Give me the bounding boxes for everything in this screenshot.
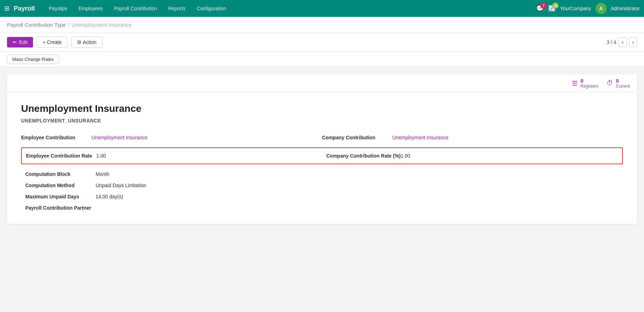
app-brand: Payroll [14, 5, 35, 12]
current-label: Current [616, 84, 630, 89]
registers-count: 0 [580, 78, 583, 84]
edit-icon: ✏ [13, 39, 17, 45]
computation-block-value: Month [96, 171, 109, 177]
contribution-rate-highlighted-row: Employee Contribution Rate 1.00 Company … [21, 147, 623, 164]
employee-rate-label: Employee Contribution Rate [26, 153, 96, 159]
record-title: Unemployment Insurance [21, 103, 623, 114]
computation-method-value: Unpaid Days Limitation [96, 183, 146, 188]
nav-payroll-contribution[interactable]: Payroll Contribution [110, 4, 161, 13]
main-content: ☰ 0 Registers ⏱ 0 Current Unemployment I… [0, 67, 644, 231]
current-count: 0 [616, 78, 619, 84]
max-unpaid-days-field: Maximum Unpaid Days 14.00 day(s) [21, 191, 623, 202]
grid-icon[interactable]: ⊞ [4, 5, 9, 12]
card-header: ☰ 0 Registers ⏱ 0 Current [7, 74, 637, 93]
admin-menu[interactable]: Administrator [611, 6, 640, 11]
record-code: UNEMPLOYMENT_UNSURANCE [21, 118, 623, 123]
mass-change-rates-button[interactable]: Mass Change Rates [7, 55, 59, 64]
sub-toolbar: Mass Change Rates [0, 52, 644, 67]
card-body: Unemployment Insurance UNEMPLOYMENT_UNSU… [7, 93, 637, 224]
current-button[interactable]: ⏱ 0 Current [607, 78, 630, 89]
nav-employees[interactable]: Employees [74, 4, 107, 13]
employee-contribution-label: Employee Contribution [21, 135, 91, 140]
nav-configuration[interactable]: Configuration [193, 4, 230, 13]
nav-reports[interactable]: Reports [164, 4, 190, 13]
nav-controls: 3 / 4 ‹ › [607, 37, 637, 47]
employee-contribution-value: Unemployment Insurance [91, 135, 148, 140]
breadcrumb-parent[interactable]: Payroll Contribution Type [7, 22, 66, 28]
registers-icon: ☰ [572, 79, 578, 87]
employee-contribution-field: Employee Contribution Unemployment Insur… [21, 132, 322, 143]
payroll-contribution-partner-label: Payroll Contribution Partner [25, 205, 96, 211]
company-contribution-value: Unemployment Insurance [392, 135, 449, 140]
computation-method-label: Computation Method [25, 183, 96, 188]
next-button[interactable]: › [629, 37, 637, 47]
topnav-right-section: 💬 7 🔄 15 YourCompany A Administrator [536, 3, 640, 14]
company-contribution-label: Company Contribution [322, 135, 392, 140]
record-count: 3 / 4 [607, 39, 616, 45]
top-navigation: ⊞ Payroll Payslips Employees Payroll Con… [0, 0, 644, 17]
current-icon: ⏱ [607, 79, 613, 87]
edit-button[interactable]: ✏ Edit [7, 37, 33, 47]
action-button[interactable]: ⚙ Action [71, 37, 102, 48]
employee-rate-value: 1.00 [96, 153, 106, 159]
breadcrumb: Payroll Contribution Type / Unemployment… [0, 17, 644, 33]
chat-badge: 7 [540, 2, 547, 9]
company-contribution-field: Company Contribution Unemployment Insura… [322, 132, 623, 143]
computation-block-label: Computation Block [25, 171, 96, 177]
breadcrumb-current: Unemployment Insurance [72, 22, 132, 28]
activity-button[interactable]: 🔄 15 [548, 5, 556, 12]
company-rate-value: 1.00 [401, 153, 410, 159]
activity-badge: 15 [552, 2, 559, 9]
avatar: A [595, 3, 607, 14]
breadcrumb-separator: / [68, 22, 69, 28]
computation-block-field: Computation Block Month [21, 168, 623, 180]
employee-rate-field: Employee Contribution Rate 1.00 [22, 151, 322, 161]
max-unpaid-days-value: 14.00 day(s) [96, 194, 123, 199]
max-unpaid-days-label: Maximum Unpaid Days [25, 194, 96, 199]
record-card: ☰ 0 Registers ⏱ 0 Current Unemployment I… [7, 74, 637, 224]
chat-button[interactable]: 💬 7 [536, 5, 544, 12]
main-toolbar: ✏ Edit + Create ⚙ Action 3 / 4 ‹ › [0, 33, 644, 52]
payroll-contribution-partner-field: Payroll Contribution Partner [21, 202, 623, 214]
company-rate-field: Company Contribution Rate (%) 1.00 [322, 151, 622, 161]
registers-label: Registers [580, 84, 598, 89]
create-button[interactable]: + Create [37, 37, 67, 48]
contribution-header-row: Employee Contribution Unemployment Insur… [21, 132, 623, 143]
registers-button[interactable]: ☰ 0 Registers [572, 78, 598, 89]
nav-payslips[interactable]: Payslips [45, 4, 71, 13]
prev-button[interactable]: ‹ [618, 37, 626, 47]
company-rate-label: Company Contribution Rate (%) [326, 153, 401, 159]
computation-method-field: Computation Method Unpaid Days Limitatio… [21, 180, 623, 191]
company-selector[interactable]: YourCompany [560, 6, 591, 11]
